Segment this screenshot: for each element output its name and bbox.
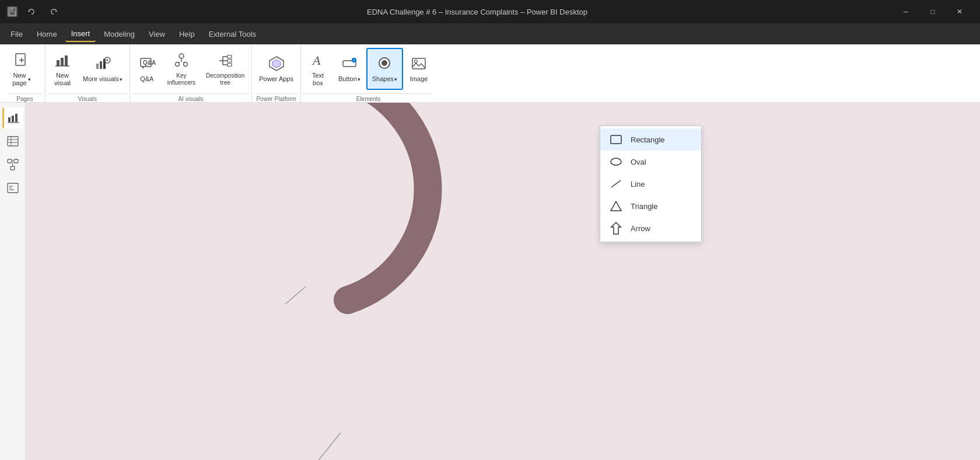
ribbon-group-pages: New page ▾ Pages bbox=[5, 44, 46, 102]
sidebar-item-data[interactable] bbox=[2, 131, 23, 152]
elements-buttons: A Text box Button▾ bbox=[303, 47, 433, 93]
ai-group-label: AI visuals bbox=[132, 93, 250, 102]
arrow-label: Arrow bbox=[631, 224, 650, 233]
svg-rect-2 bbox=[9, 12, 15, 15]
button-ribbon-button[interactable]: Button▾ bbox=[334, 48, 365, 90]
save-icon[interactable] bbox=[7, 6, 18, 17]
more-visuals-icon bbox=[93, 54, 112, 73]
menu-modeling[interactable]: Modeling bbox=[98, 26, 141, 42]
svg-point-67 bbox=[611, 158, 621, 165]
image-icon bbox=[410, 54, 428, 73]
menu-bar: File Home Insert Modeling View Help Exte… bbox=[0, 23, 980, 44]
image-button[interactable]: Image bbox=[404, 48, 433, 90]
rectangle-label: Rectangle bbox=[631, 135, 665, 144]
new-visual-label: New visual bbox=[54, 72, 71, 87]
pages-group-label: Pages bbox=[7, 93, 43, 102]
text-box-label: Text box bbox=[312, 72, 324, 87]
oval-shape-icon bbox=[610, 155, 622, 168]
shapes-button[interactable]: Shapes▾ bbox=[366, 48, 403, 90]
button-ribbon-label: Button▾ bbox=[338, 75, 360, 83]
key-influencers-button[interactable]: Key influencers bbox=[163, 48, 200, 90]
decomposition-tree-icon bbox=[216, 51, 235, 70]
line-shape-icon bbox=[610, 177, 622, 190]
new-page-button[interactable]: New page ▾ bbox=[7, 48, 36, 90]
svg-text:A: A bbox=[312, 53, 321, 68]
power-platform-buttons: Power Apps bbox=[254, 47, 298, 93]
shape-triangle-item[interactable]: Triangle bbox=[600, 195, 701, 217]
redo-button[interactable] bbox=[46, 4, 62, 20]
title-bar: EDNA Challenge # 6 – Insurance Complaint… bbox=[0, 0, 980, 23]
sidebar-item-report[interactable] bbox=[2, 107, 23, 128]
menu-external-tools[interactable]: External Tools bbox=[203, 26, 262, 42]
canvas-area bbox=[26, 103, 980, 460]
shape-arrow-item[interactable]: Arrow bbox=[600, 217, 701, 239]
svg-rect-49 bbox=[15, 114, 18, 122]
text-box-icon: A bbox=[309, 51, 327, 69]
pages-buttons: New page ▾ bbox=[7, 47, 43, 93]
shape-rectangle-item[interactable]: Rectangle bbox=[600, 128, 701, 151]
svg-point-44 bbox=[382, 60, 387, 66]
power-apps-label: Power Apps bbox=[259, 75, 293, 83]
svg-rect-1 bbox=[10, 8, 13, 11]
svg-rect-55 bbox=[8, 159, 12, 163]
svg-rect-33 bbox=[228, 60, 232, 62]
svg-rect-13 bbox=[100, 61, 102, 69]
visuals-group-label: Visuals bbox=[48, 93, 127, 102]
svg-rect-32 bbox=[228, 55, 232, 58]
decomposition-tree-button[interactable]: Decomposition tree bbox=[201, 48, 249, 90]
power-platform-group-label: Power Platform bbox=[254, 93, 298, 102]
svg-rect-60 bbox=[8, 183, 18, 193]
svg-marker-19 bbox=[142, 67, 145, 69]
svg-rect-48 bbox=[12, 116, 14, 122]
title-bar-left bbox=[7, 4, 62, 20]
canvas-line-2 bbox=[312, 430, 346, 460]
key-influencers-icon bbox=[172, 51, 191, 70]
undo-button[interactable] bbox=[23, 4, 40, 20]
svg-rect-8 bbox=[57, 60, 60, 66]
maximize-button[interactable]: □ bbox=[919, 0, 946, 23]
button-ribbon-icon bbox=[340, 54, 359, 73]
shape-oval-item[interactable]: Oval bbox=[600, 151, 701, 173]
svg-rect-56 bbox=[14, 159, 18, 163]
arrow-shape-icon bbox=[610, 222, 622, 235]
menu-view[interactable]: View bbox=[143, 26, 171, 42]
svg-line-65 bbox=[317, 433, 341, 460]
svg-rect-51 bbox=[8, 137, 18, 146]
svg-rect-45 bbox=[412, 58, 425, 69]
title-text: EDNA Challenge # 6 – Insurance Complaint… bbox=[367, 8, 587, 16]
qa-icon: Q&A bbox=[138, 54, 156, 73]
ribbon-group-visuals: New visual More visuals▾ bbox=[46, 44, 130, 102]
new-visual-button[interactable]: New visual bbox=[48, 48, 77, 90]
svg-rect-5 bbox=[16, 54, 25, 65]
qa-button[interactable]: Q&A Q&A bbox=[132, 48, 162, 90]
minimize-button[interactable]: ─ bbox=[892, 0, 919, 23]
triangle-label: Triangle bbox=[631, 202, 657, 211]
title-bar-title: EDNA Challenge # 6 – Insurance Complaint… bbox=[367, 8, 587, 16]
close-button[interactable]: ✕ bbox=[946, 0, 973, 23]
sidebar-item-dax[interactable] bbox=[2, 177, 23, 198]
power-apps-icon bbox=[267, 54, 286, 73]
shapes-icon bbox=[375, 54, 394, 73]
svg-rect-9 bbox=[61, 58, 64, 66]
svg-point-21 bbox=[179, 54, 184, 58]
text-box-button[interactable]: A Text box bbox=[303, 48, 332, 90]
svg-rect-10 bbox=[65, 55, 68, 66]
svg-marker-69 bbox=[611, 201, 621, 211]
sidebar-item-model[interactable] bbox=[2, 154, 23, 175]
new-page-label: New page ▾ bbox=[12, 72, 30, 87]
menu-file[interactable]: File bbox=[5, 26, 29, 42]
image-label: Image bbox=[410, 75, 428, 83]
shape-line-item[interactable]: Line bbox=[600, 173, 701, 195]
svg-rect-57 bbox=[10, 166, 15, 170]
menu-help[interactable]: Help bbox=[173, 26, 201, 42]
new-visual-icon bbox=[53, 51, 72, 69]
menu-home[interactable]: Home bbox=[31, 26, 63, 42]
power-apps-button[interactable]: Power Apps bbox=[254, 48, 298, 90]
ai-buttons: Q&A Q&A Key influencers bbox=[132, 47, 250, 93]
ribbon-group-elements: A Text box Button▾ bbox=[301, 44, 436, 102]
more-visuals-button[interactable]: More visuals▾ bbox=[78, 48, 127, 90]
shapes-dropdown: Rectangle Oval Line Triangle bbox=[600, 126, 702, 242]
menu-insert[interactable]: Insert bbox=[65, 26, 96, 42]
rectangle-shape-icon bbox=[610, 133, 622, 146]
svg-line-68 bbox=[611, 180, 621, 187]
